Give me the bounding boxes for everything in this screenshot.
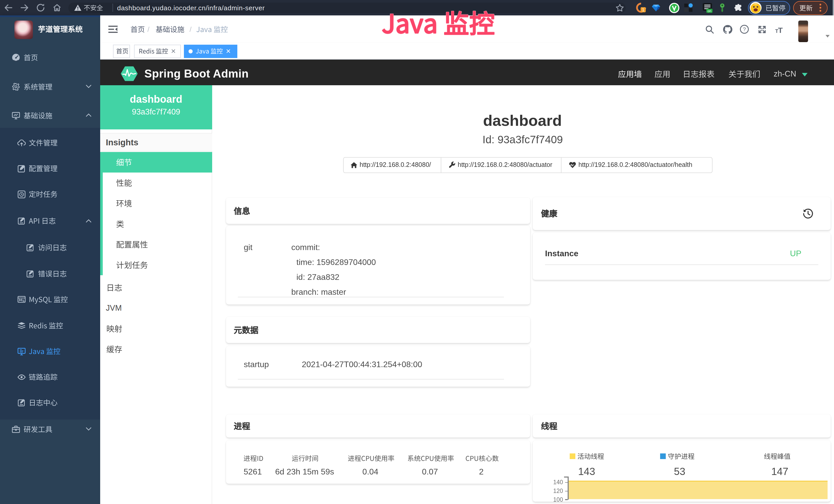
svg-text:on: on [708,9,711,13]
svg-text:1: 1 [642,8,644,12]
svg-text:?: ? [743,26,746,32]
svg-text:T: T [778,26,782,35]
